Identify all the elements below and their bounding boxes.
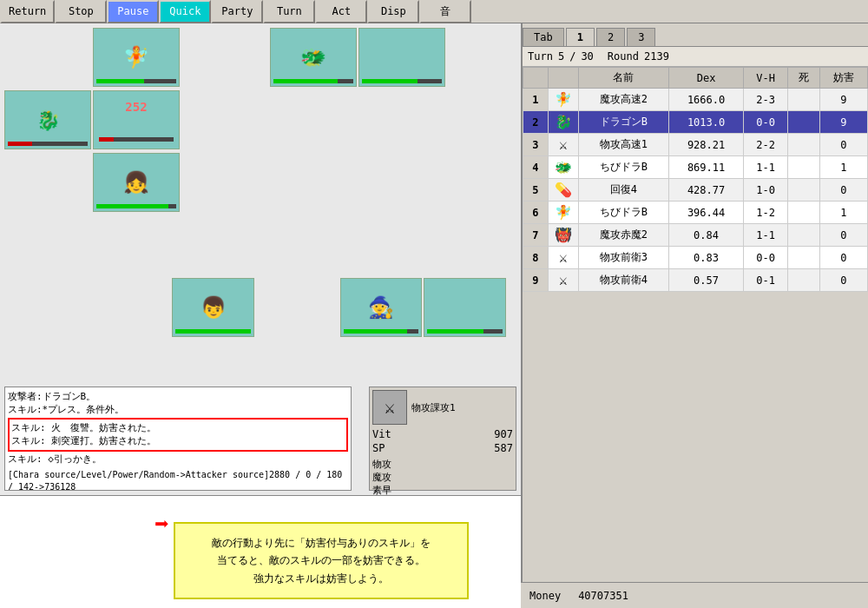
pause-button[interactable]: Pause (107, 0, 159, 23)
cell-empty-10 (358, 153, 445, 212)
char-dex-cell: 1666.0 (669, 89, 744, 111)
col-num (523, 68, 549, 89)
char-name-cell: 物攻前衛4 (578, 269, 668, 292)
cell-ally-2: 👦 (172, 278, 254, 337)
turn-max: 30 (581, 50, 593, 63)
turn-info-bar: Turn 5 / 30 Round 2139 (523, 47, 868, 67)
char-vh-cell: 0-0 (743, 247, 788, 269)
char-icon: ⚔️ (548, 247, 578, 269)
sound-button[interactable]: 音 (419, 0, 471, 23)
cell-empty-4 (181, 90, 268, 149)
char-icon: 🧚 (548, 202, 578, 224)
char-icon: 🐉 (548, 111, 578, 134)
table-row[interactable]: 6 🧚 ちびドラB 396.44 1-2 1 (523, 202, 868, 224)
row-num: 8 (523, 247, 549, 269)
char-name-cell: 魔攻赤魔2 (578, 224, 668, 247)
cell-enemy-1: 🧚 (93, 28, 180, 87)
turn-value: 5 (558, 50, 564, 63)
char-vh-cell: 0-0 (743, 111, 788, 134)
char-table: 名前 Dex V-H 死 妨害 1 🧚 魔攻高速2 1666.0 2-3 9 2… (523, 67, 868, 292)
cell-empty-3: 252 (93, 90, 180, 149)
char-hinder-cell: 0 (819, 179, 867, 202)
char-portrait: ⚔️ 物攻課攻1 (372, 390, 513, 425)
table-row[interactable]: 4 🐲 ちびドラB 869.11 1-1 1 (523, 156, 868, 179)
sp-label: SP (372, 442, 385, 454)
table-row[interactable]: 1 🧚 魔攻高速2 1666.0 2-3 9 (523, 89, 868, 111)
table-row[interactable]: 5 💊 回復4 428.77 1-0 0 (523, 179, 868, 202)
char-hinder-cell: 0 (819, 224, 867, 247)
char-name-cell: ドラゴンB (578, 111, 668, 134)
char-dead-cell (788, 156, 819, 179)
sp-value: 587 (494, 442, 513, 454)
char-hinder-cell: 1 (819, 156, 867, 179)
table-row[interactable]: 8 ⚔️ 物攻前衛3 0.83 0-0 0 (523, 247, 868, 269)
cell-enemy-3 (358, 28, 445, 87)
cell-empty-18 (256, 278, 339, 337)
tooltip-box: 敵の行動より先に「妨害付与ありのスキル」を 当てると、敵のスキルの一部を妨害でき… (174, 522, 469, 599)
char-vh-cell: 2-2 (743, 134, 788, 156)
char-hinder-cell: 1 (819, 202, 867, 224)
char-icon: 🧚 (548, 89, 578, 111)
cell-ally-4 (424, 278, 506, 337)
cell-empty-13 (181, 215, 268, 274)
party-button[interactable]: Party (211, 0, 263, 23)
quick-button[interactable]: Quick (159, 0, 211, 23)
vit-row: Vit 907 (372, 428, 513, 440)
table-row[interactable]: 9 ⚔️ 物攻前衛4 0.57 0-1 0 (523, 269, 868, 292)
log-line1: [Chara source/Level/Power/Random->Attack… (8, 469, 348, 491)
return-button[interactable]: Return (0, 0, 55, 23)
char-dead-cell (788, 224, 819, 247)
tab-tab[interactable]: Tab (523, 28, 564, 46)
row-num: 1 (523, 89, 549, 111)
char-icon: 🐲 (548, 156, 578, 179)
bottom-area: 攻撃者:ドラゴンB。 スキル:*プレス。条件外。 スキル: 火 復讐。妨害された… (0, 387, 521, 608)
char-dex-cell: 396.44 (669, 202, 744, 224)
disp-button[interactable]: Disp (367, 0, 419, 23)
cell-enemy-2: 🐲 (270, 28, 357, 87)
char-stats-panel: ⚔️ 物攻課攻1 Vit 907 SP 587 物攻 魔攻 素早 (369, 387, 516, 491)
money-label: Money (529, 590, 561, 602)
tab-1[interactable]: 1 (566, 28, 595, 46)
cell-empty-2 (181, 28, 268, 87)
cell-empty-11 (4, 215, 91, 274)
table-row[interactable]: 7 👹 魔攻赤魔2 0.84 1-1 0 (523, 224, 868, 247)
damage-number: 252 (125, 100, 147, 114)
cell-empty-6 (358, 90, 445, 149)
cell-empty-17 (89, 278, 171, 337)
tab-3[interactable]: 3 (627, 28, 655, 46)
act-button[interactable]: Act (315, 0, 367, 23)
row-num: 3 (523, 134, 549, 156)
cell-empty-12 (93, 215, 180, 274)
col-hinder: 妨害 (819, 68, 867, 89)
char-dex-cell: 0.84 (669, 224, 744, 247)
table-row[interactable]: 2 🐉 ドラゴンB 1013.0 0-0 9 (523, 111, 868, 134)
char-dead-cell (788, 247, 819, 269)
char-name-cell: 魔攻高速2 (578, 89, 668, 111)
main-area: 🧚 🐲 🐉 252 (0, 23, 868, 608)
char-name-cell: 物攻前衛3 (578, 247, 668, 269)
red-arrow: ➡ (155, 510, 169, 539)
skill-item-1: 物攻 (372, 458, 513, 471)
char-vh-cell: 1-1 (743, 156, 788, 179)
tab-2[interactable]: 2 (596, 28, 625, 46)
battle-log[interactable]: 攻撃者:ドラゴンB。 スキル:*プレス。条件外。 スキル: 火 復讐。妨害された… (4, 387, 352, 491)
col-dead: 死 (788, 68, 819, 89)
stop-button[interactable]: Stop (55, 0, 107, 23)
log-skill2: スキル: 火 復讐。妨害された。 (11, 421, 345, 434)
row-num: 4 (523, 156, 549, 179)
char-vh-cell: 2-3 (743, 89, 788, 111)
char-name-cell: ちびドラB (578, 156, 668, 179)
ally-sprite-3: 🧙 (364, 290, 398, 325)
cell-enemy-4: 🐉 (4, 90, 91, 149)
toolbar: Return Stop Pause Quick Party Turn Act D… (0, 0, 868, 23)
table-row[interactable]: 3 ⚔️ 物攻高速1 928.21 2-2 0 (523, 134, 868, 156)
turn-button[interactable]: Turn (263, 0, 315, 23)
char-table-container: 名前 Dex V-H 死 妨害 1 🧚 魔攻高速2 1666.0 2-3 9 2… (523, 67, 868, 573)
cell-empty-9 (270, 153, 357, 212)
battle-row-2: 🐉 252 (4, 90, 508, 151)
turn-slash: / (569, 50, 575, 63)
char-portrait-image: ⚔️ (372, 390, 407, 425)
cell-empty-7 (4, 153, 91, 212)
log-skill3: スキル: 刺突運打。妨害された。 (11, 434, 345, 447)
row-num: 2 (523, 111, 549, 134)
